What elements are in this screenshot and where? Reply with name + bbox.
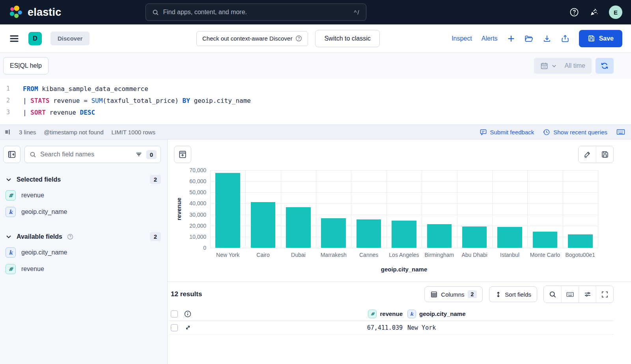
available-fields-list: kgeoip.city_name#revenue: [3, 247, 161, 274]
bar-Dubai[interactable]: [286, 207, 311, 248]
chart-actions: [578, 146, 614, 163]
global-search-input[interactable]: Find apps, content, and more. ^/: [146, 4, 366, 21]
inspect-link[interactable]: Inspect: [452, 35, 472, 42]
alerts-link[interactable]: Alerts: [482, 35, 498, 42]
esql-help-button[interactable]: ES|QL help: [3, 57, 49, 74]
whats-new-icon[interactable]: [589, 7, 599, 17]
x-tick: Los Angeles: [386, 252, 422, 258]
save-visualization-icon[interactable]: [596, 146, 613, 163]
gridline: [210, 248, 598, 248]
expand-row-icon[interactable]: [183, 324, 192, 331]
editor-footer: 3 lines @timestamp not found LIMIT 1000 …: [0, 124, 631, 139]
grid-search-icon[interactable]: [544, 286, 561, 303]
edit-visualization-icon[interactable]: [579, 146, 596, 163]
context-aware-discover-button[interactable]: Check out context-aware Discover: [196, 31, 308, 46]
save-button[interactable]: Save: [579, 30, 622, 47]
bar-Abu Dhabi[interactable]: [462, 227, 487, 248]
city-column-header[interactable]: k geoip.city_name: [403, 310, 614, 318]
selected-fields-header[interactable]: Selected fields 2: [6, 175, 161, 184]
breadcrumb[interactable]: Discover: [50, 32, 90, 45]
submit-feedback-link[interactable]: Submit feedback: [480, 128, 534, 136]
discover-app-badge[interactable]: D: [28, 32, 42, 45]
download-icon[interactable]: [543, 34, 551, 43]
x-tick: Monte Carlo: [527, 252, 562, 258]
x-tick: Cairo: [245, 252, 280, 258]
sort-fields-button[interactable]: Sort fields: [489, 286, 537, 302]
bar-Monte Carlo[interactable]: [533, 232, 558, 248]
open-folder-icon[interactable]: [525, 34, 533, 43]
timestamp-notice: @timestamp not found: [44, 129, 103, 136]
feedback-icon: [480, 128, 487, 136]
field-item-revenue[interactable]: #revenue: [6, 190, 161, 201]
bar-Istanbul[interactable]: [497, 227, 522, 248]
elastic-brand[interactable]: elastic: [9, 5, 61, 19]
grid-controls: [543, 286, 614, 303]
row-checkbox[interactable]: [171, 324, 178, 331]
fields-sidebar: Search field names 0 Selected fields 2 #…: [0, 139, 168, 364]
y-axis-title: revenue: [174, 170, 184, 248]
results-panel: revenue 70,00060,00050,00040,00030,00020…: [168, 139, 631, 364]
bar-Cannes[interactable]: [357, 219, 381, 248]
y-axis-ticks: 70,00060,00050,00040,00030,00020,00010,0…: [184, 170, 210, 248]
collapse-sidebar-button[interactable]: [3, 146, 21, 163]
time-range-picker[interactable]: All time: [534, 58, 592, 74]
field-filter-count: 0: [146, 150, 157, 159]
field-item-geoip.city_name[interactable]: kgeoip.city_name: [6, 207, 161, 217]
share-icon[interactable]: [561, 34, 569, 43]
menu-icon[interactable]: [9, 33, 20, 44]
bar-Los Angeles[interactable]: [392, 221, 416, 248]
switch-to-classic-button[interactable]: Switch to classic: [315, 30, 379, 47]
y-tick: 70,000: [189, 167, 206, 173]
number-field-icon: #: [6, 190, 16, 201]
esql-editor[interactable]: 1FROM kibana_sample_data_ecommerce2| STA…: [0, 79, 631, 124]
question-icon[interactable]: [67, 234, 73, 240]
code-line[interactable]: 1FROM kibana_sample_data_ecommerce: [0, 83, 631, 95]
limit-notice: LIMIT 1000 rows: [112, 129, 155, 136]
recent-queries-link[interactable]: Show recent queries: [543, 128, 607, 136]
results-toolbar: 12 results Columns 2 Sort fields: [168, 281, 631, 307]
code-line[interactable]: 3| SORT revenue DESC: [0, 106, 631, 118]
y-tick: 10,000: [189, 234, 206, 240]
field-label: revenue: [21, 192, 44, 199]
refresh-button[interactable]: [596, 58, 614, 74]
x-axis-ticks: New YorkCairoDubaiMarrakeshCannesLos Ang…: [210, 252, 598, 258]
code-line[interactable]: 2| STATS revenue = SUM(taxful_total_pric…: [0, 95, 631, 106]
user-avatar[interactable]: E: [609, 6, 622, 19]
keyboard-shortcuts-icon[interactable]: [616, 127, 625, 137]
field-filter-icon[interactable]: [135, 151, 142, 158]
x-tick: Dubai: [281, 252, 316, 258]
available-fields-header[interactable]: Available fields 2: [6, 232, 161, 241]
grid-keyboard-icon[interactable]: [561, 286, 579, 303]
field-item-geoip.city_name[interactable]: kgeoip.city_name: [6, 247, 161, 258]
hide-chart-button[interactable]: [174, 146, 191, 163]
selected-fields-list: #revenuekgeoip.city_name: [3, 190, 161, 217]
field-label: revenue: [21, 266, 44, 273]
y-tick: 0: [203, 245, 206, 251]
bar-Cairo[interactable]: [251, 202, 276, 248]
top-nav: elastic Find apps, content, and more. ^/: [0, 0, 631, 24]
discover-app: elastic Find apps, content, and more. ^/: [0, 0, 631, 364]
field-search-input[interactable]: Search field names 0: [24, 146, 161, 163]
new-session-icon[interactable]: [507, 35, 515, 43]
bar-Bogotu00e1[interactable]: [568, 234, 593, 248]
select-all-checkbox[interactable]: [171, 310, 178, 318]
editor-resize-icon[interactable]: [4, 128, 11, 136]
question-icon: [295, 35, 302, 42]
bar-Birmingham[interactable]: [427, 224, 452, 248]
y-tick: 50,000: [189, 189, 206, 195]
results-count: 12 results: [171, 290, 202, 298]
revenue-column-header[interactable]: # revenue: [192, 310, 403, 318]
refresh-icon: [600, 61, 609, 70]
columns-button[interactable]: Columns 2: [424, 286, 483, 302]
city-value: New York: [407, 324, 436, 331]
help-icon[interactable]: [569, 7, 579, 17]
fullscreen-icon[interactable]: [596, 286, 613, 303]
chevron-down-icon: [6, 176, 12, 183]
display-options-icon[interactable]: [579, 286, 596, 303]
bar-New York[interactable]: [215, 173, 240, 248]
keyword-field-icon: k: [407, 310, 416, 318]
gridline: [598, 170, 598, 248]
bar-Marrakesh[interactable]: [321, 218, 346, 248]
info-icon[interactable]: [183, 310, 192, 318]
field-item-revenue[interactable]: #revenue: [6, 264, 161, 274]
